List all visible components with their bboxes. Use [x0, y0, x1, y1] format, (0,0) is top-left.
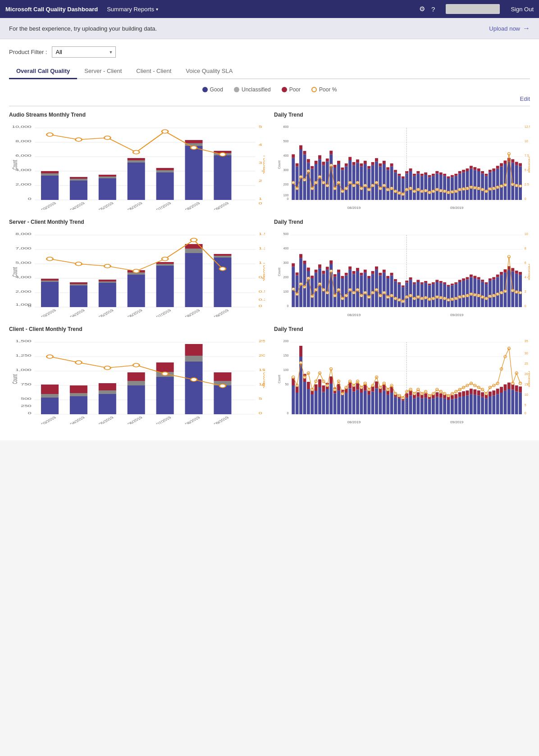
svg-rect-207 — [458, 171, 461, 173]
svg-rect-379 — [345, 276, 348, 307]
svg-rect-630 — [329, 384, 333, 414]
svg-text:200: 200 — [283, 276, 289, 279]
svg-text:06/2019: 06/2019 — [127, 416, 144, 424]
svg-rect-153 — [390, 163, 393, 166]
svg-rect-412 — [386, 278, 389, 307]
svg-text:09/2019: 09/2019 — [213, 202, 230, 210]
nav-summary-reports[interactable]: Summary Reports ▾ — [107, 6, 158, 13]
svg-rect-481 — [473, 278, 476, 307]
svg-text:0: 0 — [525, 412, 526, 415]
server-monthly-chart: 8,000 7,000 5,000 4,000 2,000 1,000 0 1.… — [9, 227, 265, 317]
svg-rect-436 — [416, 282, 420, 307]
svg-rect-397 — [367, 278, 370, 307]
svg-rect-604 — [296, 386, 299, 393]
nav-bar: Microsoft Call Quality Dashboard Summary… — [0, 0, 539, 18]
svg-text:Percentage: Percentage — [527, 264, 530, 280]
svg-rect-341 — [296, 272, 299, 275]
svg-rect-170 — [413, 176, 416, 200]
svg-rect-499 — [496, 277, 499, 307]
svg-rect-778 — [515, 385, 518, 392]
svg-rect-678 — [390, 393, 393, 414]
svg-rect-162 — [402, 177, 405, 178]
svg-rect-84 — [303, 151, 306, 154]
svg-rect-77 — [296, 166, 299, 200]
svg-rect-738 — [466, 395, 469, 414]
svg-rect-389 — [356, 268, 359, 271]
svg-rect-756 — [489, 396, 492, 414]
svg-rect-488 — [481, 280, 484, 281]
svg-rect-413 — [386, 276, 389, 278]
svg-rect-564 — [214, 372, 231, 381]
svg-rect-763 — [496, 389, 499, 394]
svg-rect-545 — [41, 394, 59, 398]
svg-rect-392 — [360, 273, 363, 276]
svg-rect-463 — [451, 285, 454, 307]
svg-rect-443 — [424, 281, 427, 283]
svg-rect-723 — [447, 400, 450, 414]
svg-rect-358 — [318, 268, 321, 307]
help-icon[interactable]: ? — [431, 5, 435, 13]
svg-rect-156 — [394, 170, 397, 172]
poor-pct-dot — [311, 87, 317, 92]
svg-rect-240 — [500, 163, 503, 166]
svg-rect-631 — [329, 376, 333, 384]
svg-rect-146 — [383, 164, 386, 200]
tab-overall-call-quality[interactable]: Overall Call Quality — [9, 64, 77, 79]
svg-rect-777 — [515, 392, 518, 414]
product-filter-select[interactable]: All Teams Skype for Business — [52, 46, 116, 58]
tab-server-client[interactable]: Server - Client — [77, 64, 129, 79]
server-daily-chart: 500 400 300 200 100 0 10 8 6 4 2 0 — [274, 227, 530, 317]
svg-text:10: 10 — [525, 232, 528, 235]
svg-rect-158 — [397, 176, 401, 200]
svg-rect-700 — [416, 392, 420, 397]
svg-rect-195 — [443, 174, 446, 176]
svg-rect-183 — [428, 175, 431, 177]
svg-rect-690 — [405, 398, 408, 414]
svg-rect-651 — [356, 390, 359, 414]
svg-text:2: 2 — [259, 179, 262, 182]
svg-rect-96 — [318, 155, 321, 159]
svg-point-782 — [519, 382, 522, 385]
main-content: Product Filter : All Teams Skype for Bus… — [0, 39, 539, 440]
svg-rect-452 — [435, 280, 439, 282]
svg-rect-159 — [397, 174, 401, 176]
svg-rect-137 — [371, 165, 375, 200]
svg-text:2,000: 2,000 — [15, 182, 32, 186]
svg-rect-161 — [402, 178, 405, 200]
svg-text:500: 500 — [283, 140, 289, 143]
svg-rect-370 — [333, 277, 337, 307]
svg-rect-467 — [454, 282, 457, 284]
svg-rect-517 — [519, 275, 522, 307]
svg-rect-206 — [458, 173, 461, 200]
svg-rect-736 — [462, 391, 465, 396]
svg-rect-451 — [435, 282, 439, 307]
legend-good-label: Good — [210, 86, 223, 93]
tab-client-client[interactable]: Client - Client — [129, 64, 178, 79]
legend-unclassified-label: Unclassified — [242, 86, 271, 93]
edit-button[interactable]: Edit — [520, 95, 530, 102]
svg-rect-559 — [185, 362, 203, 414]
svg-rect-285 — [70, 285, 87, 307]
svg-rect-186 — [432, 174, 435, 176]
svg-rect-298 — [185, 249, 203, 253]
svg-rect-254 — [519, 166, 522, 200]
svg-rect-75 — [292, 154, 295, 158]
svg-point-307 — [162, 257, 168, 261]
sign-out-button[interactable]: Sign Out — [511, 6, 534, 13]
svg-rect-380 — [345, 273, 348, 276]
tab-voice-quality-sla[interactable]: Voice Quality SLA — [178, 64, 240, 79]
svg-rect-720 — [443, 398, 446, 414]
svg-text:03/2019: 03/2019 — [40, 416, 57, 424]
svg-text:1.5: 1.5 — [259, 232, 265, 235]
svg-rect-90 — [311, 166, 314, 169]
svg-text:200: 200 — [283, 340, 289, 343]
settings-icon[interactable]: ⚙ — [419, 5, 425, 13]
svg-text:09/2019: 09/2019 — [450, 313, 464, 317]
svg-rect-352 — [311, 278, 314, 307]
svg-point-305 — [104, 264, 110, 268]
svg-rect-469 — [458, 282, 461, 307]
svg-rect-625 — [322, 385, 325, 392]
upload-now-link[interactable]: Upload now → — [489, 24, 530, 32]
svg-rect-733 — [458, 392, 461, 397]
svg-rect-27 — [128, 163, 145, 200]
